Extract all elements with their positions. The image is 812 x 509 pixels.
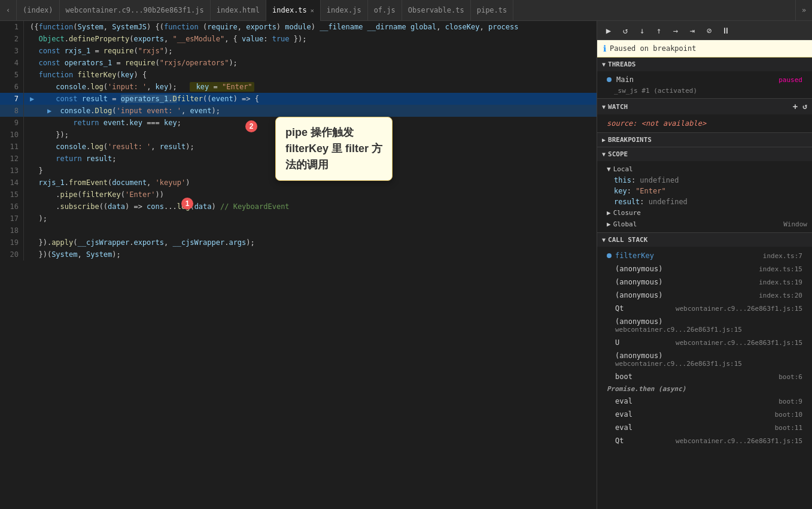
close-icon[interactable]: ✕ bbox=[311, 7, 314, 14]
call-stack-item[interactable]: (anonymous) webcontainer.c9...26e863f1.j… bbox=[597, 349, 812, 370]
thread-main-item[interactable]: Main paused bbox=[597, 74, 812, 86]
chevron-right-icon: ▶ bbox=[602, 137, 606, 143]
cs-loc: boot:9 bbox=[778, 398, 802, 405]
pause-button[interactable]: ⏸ bbox=[719, 24, 732, 37]
cs-name: (anonymous) bbox=[607, 317, 662, 326]
scope-this-item: this: undefined bbox=[597, 175, 812, 186]
call-stack-item[interactable]: (anonymous) index.ts:19 bbox=[597, 275, 812, 289]
call-stack-item[interactable]: U webcontainer.c9...26e863f1.js:15 bbox=[597, 336, 812, 349]
paused-banner: ℹ Paused on breakpoint bbox=[597, 40, 812, 57]
call-stack-item[interactable]: (anonymous) index.ts:15 bbox=[597, 262, 812, 275]
tab-index-html[interactable]: index.html bbox=[211, 0, 266, 21]
thread-main-name: Main bbox=[616, 75, 778, 84]
scope-header[interactable]: ▼ Scope bbox=[597, 147, 812, 161]
table-row: 15 .pipe(filterKey('Enter')) bbox=[0, 189, 597, 201]
cs-name: eval bbox=[607, 423, 775, 432]
chevron-down-icon: ▼ bbox=[602, 151, 606, 157]
cs-loc: webcontainer.c9...26e863f1.js:15 bbox=[676, 305, 802, 313]
scope-content: ▼ Local this: undefined key: "Enter" res… bbox=[597, 161, 812, 232]
local-header[interactable]: ▼ Local bbox=[597, 163, 812, 175]
badge-1: 1 bbox=[181, 198, 193, 210]
call-stack-content: filterKey index.ts:7 (anonymous) index.t… bbox=[597, 247, 812, 450]
tab-index-ts[interactable]: index.ts ✕ bbox=[266, 0, 321, 21]
chevron-right-icon: ▶ bbox=[607, 220, 611, 228]
chevron-down-icon: ▼ bbox=[607, 165, 611, 173]
scope-key-item: key: "Enter" bbox=[597, 186, 812, 196]
tab-index-js[interactable]: index.js bbox=[321, 0, 368, 21]
breakpoints-section: ▶ Breakpoints bbox=[597, 133, 812, 147]
thread-main-status: paused bbox=[778, 76, 802, 84]
call-stack-item[interactable]: (anonymous) webcontainer.c9...26e863f1.j… bbox=[597, 315, 812, 336]
chevron-down-icon: ▼ bbox=[602, 104, 606, 110]
thread-dot bbox=[607, 77, 612, 82]
table-row: 20 })(System, System); bbox=[0, 249, 597, 260]
cs-loc: boot:11 bbox=[775, 424, 802, 432]
call-stack-item[interactable]: filterKey index.ts:7 bbox=[597, 249, 812, 262]
cs-name: (anonymous) bbox=[607, 291, 759, 299]
cs-loc: index.ts:19 bbox=[759, 278, 802, 286]
threads-header[interactable]: ▼ Threads bbox=[597, 57, 812, 71]
call-stack-header[interactable]: ▼ Call Stack bbox=[597, 233, 812, 247]
cs-name: Qt bbox=[607, 437, 676, 445]
editor-area: 1 ({function(System, SystemJS) {(functio… bbox=[0, 21, 597, 509]
step-over-button[interactable]: ↓ bbox=[635, 24, 649, 37]
tab-of-js[interactable]: of.js bbox=[368, 0, 402, 21]
code-container[interactable]: 1 ({function(System, SystemJS) {(functio… bbox=[0, 21, 597, 509]
cs-loc: webcontainer.c9...26e863f1.js:15 bbox=[676, 437, 802, 445]
table-row: 7 ▶ const result = operators_1.Dfilter((… bbox=[0, 93, 597, 105]
chevron-down-icon: ▼ bbox=[602, 237, 606, 243]
call-stack-item[interactable]: (anonymous) index.ts:20 bbox=[597, 289, 812, 302]
step-out-button[interactable]: → bbox=[669, 24, 682, 37]
threads-content: Main paused _sw_js #1 (activated) bbox=[597, 71, 812, 98]
watch-section: ▼ Watch + ↺ source: <not available> bbox=[597, 99, 812, 133]
global-header[interactable]: ▶ Global Window bbox=[597, 219, 812, 230]
cs-loc: index.ts:15 bbox=[759, 265, 802, 273]
cs-name: eval bbox=[607, 410, 775, 419]
scope-result-item: result: undefined bbox=[597, 196, 812, 207]
resume-button[interactable]: ▶ bbox=[602, 24, 615, 37]
cs-loc: boot:10 bbox=[775, 411, 802, 419]
watch-header[interactable]: ▼ Watch + ↺ bbox=[597, 99, 812, 114]
cs-loc: webcontainer.c9...26e863f1.js:15 bbox=[676, 339, 802, 347]
threads-section: ▼ Threads Main paused _sw_js #1 (activat… bbox=[597, 57, 812, 99]
step-into-button[interactable]: ↑ bbox=[652, 24, 665, 37]
table-row: 16 .subscribe((data) => cons...log(data)… bbox=[0, 201, 597, 213]
table-row: 4 const operators_1 = require("rxjs/oper… bbox=[0, 57, 597, 69]
step-button[interactable]: ⇥ bbox=[686, 24, 699, 37]
call-stack-item[interactable]: Qt webcontainer.c9...26e863f1.js:15 bbox=[597, 434, 812, 447]
cs-name: filterKey bbox=[615, 252, 763, 260]
tab-bar: ‹ (index) webcontainer.c9...90b26e863f1.… bbox=[0, 0, 812, 21]
tab-webcontainer[interactable]: webcontainer.c9...90b26e863f1.js bbox=[60, 0, 211, 21]
async-divider: Promise.then (async) bbox=[597, 383, 812, 395]
add-watch-icon[interactable]: + bbox=[793, 102, 798, 111]
table-row: 1 ({function(System, SystemJS) {(functio… bbox=[0, 21, 597, 33]
call-stack-item[interactable]: Qt webcontainer.c9...26e863f1.js:15 bbox=[597, 302, 812, 315]
call-stack-item[interactable]: boot boot:6 bbox=[597, 370, 812, 383]
tab-pipe-ts[interactable]: pipe.ts bbox=[471, 0, 514, 21]
tab-overflow-btn[interactable]: » bbox=[795, 0, 812, 21]
call-stack-item[interactable]: eval boot:9 bbox=[597, 395, 812, 408]
refresh-watch-icon[interactable]: ↺ bbox=[802, 102, 807, 111]
cs-loc: boot:6 bbox=[778, 373, 802, 381]
paused-text: Paused on breakpoint bbox=[610, 44, 697, 53]
tab-index[interactable]: (index) bbox=[17, 0, 60, 21]
closure-header[interactable]: ▶ Closure bbox=[597, 207, 812, 219]
table-row: 18 bbox=[0, 225, 597, 237]
tab-back-btn[interactable]: ‹ bbox=[0, 0, 17, 21]
call-stack-item[interactable]: eval boot:10 bbox=[597, 408, 812, 421]
restart-button[interactable]: ↺ bbox=[619, 24, 632, 37]
table-row: 5 function filterKey(key) { bbox=[0, 69, 597, 81]
cs-name: (anonymous) bbox=[607, 352, 662, 360]
info-icon: ℹ bbox=[603, 44, 606, 53]
deactivate-button[interactable]: ⊘ bbox=[702, 24, 716, 37]
cs-name: (anonymous) bbox=[607, 265, 759, 273]
watch-value: source: <not available> bbox=[597, 117, 812, 130]
table-row: 17 ); bbox=[0, 213, 597, 225]
call-stack-item[interactable]: eval boot:11 bbox=[597, 421, 812, 434]
cs-name: U bbox=[607, 338, 676, 347]
table-row: 19 }).apply(__cjsWrapper.exports, __cjsW… bbox=[0, 237, 597, 249]
badge-2: 2 bbox=[245, 120, 257, 132]
breakpoints-header[interactable]: ▶ Breakpoints bbox=[597, 133, 812, 147]
table-row: 2 Object.defineProperty(exports, "__esMo… bbox=[0, 33, 597, 45]
tab-observable-ts[interactable]: Observable.ts bbox=[402, 0, 471, 21]
